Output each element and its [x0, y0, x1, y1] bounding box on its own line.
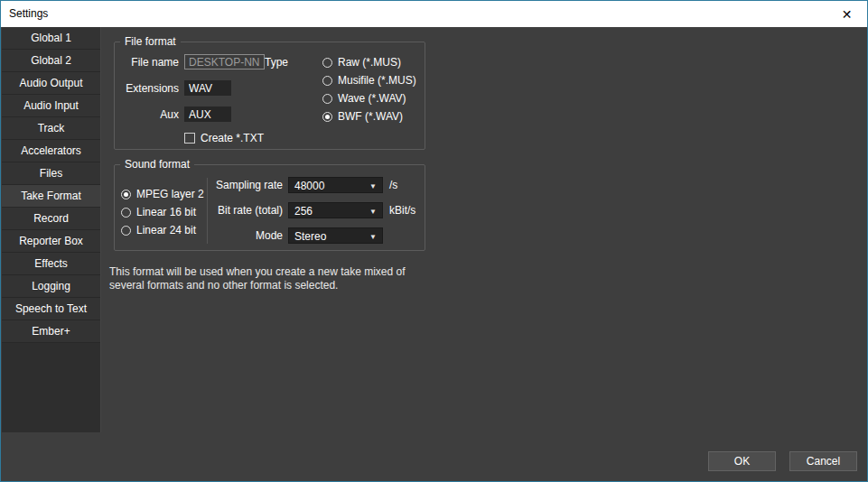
- sidebar-item-files[interactable]: Files: [2, 162, 100, 185]
- chevron-down-icon: ▼: [369, 182, 377, 190]
- file-name-field: [184, 54, 265, 70]
- bit-rate-value: 256: [294, 205, 313, 218]
- bit-rate-select[interactable]: 256 ▼: [288, 202, 383, 218]
- radio-label: BWF (*.WAV): [338, 110, 403, 123]
- file-format-legend: File format: [120, 35, 181, 49]
- sidebar-item-accelerators[interactable]: Accelerators: [2, 140, 100, 162]
- sidebar-item-track[interactable]: Track: [2, 117, 100, 140]
- radio-label: Raw (*.MUS): [338, 56, 401, 69]
- format-note: This format will be used when you create…: [109, 265, 406, 292]
- bit-rate-suffix: kBit/s: [389, 202, 415, 218]
- sampling-rate-select[interactable]: 48000 ▼: [288, 177, 383, 193]
- sound-format-legend: Sound format: [120, 158, 194, 171]
- sidebar-item-logging[interactable]: Logging: [2, 275, 100, 298]
- radio-bwf-wav[interactable]: BWF (*.WAV): [322, 110, 403, 123]
- sidebar-item-effects[interactable]: Effects: [2, 253, 100, 275]
- sampling-rate-label: Sampling rate: [115, 177, 283, 193]
- extensions-field[interactable]: [184, 80, 231, 96]
- cancel-button[interactable]: Cancel: [789, 451, 857, 471]
- file-name-label: File name: [115, 55, 179, 70]
- sidebar-item-audio-input[interactable]: Audio Input: [2, 95, 100, 117]
- extensions-label: Extensions: [115, 81, 179, 96]
- sidebar-item-take-format[interactable]: Take Format: [2, 185, 100, 208]
- checkbox-icon: [184, 133, 195, 144]
- bit-rate-label: Bit rate (total): [115, 202, 283, 218]
- sampling-rate-value: 48000: [294, 180, 324, 192]
- create-txt-checkbox[interactable]: Create *.TXT: [184, 132, 264, 144]
- radio-icon: [322, 94, 332, 104]
- format-note-line1: This format will be used when you create…: [109, 265, 406, 279]
- radio-icon: [322, 76, 332, 86]
- aux-field[interactable]: [184, 107, 231, 122]
- mode-value: Stereo: [294, 230, 326, 243]
- sidebar-item-record[interactable]: Record: [2, 208, 100, 230]
- radio-label: Wave (*.WAV): [338, 92, 406, 105]
- mode-label: Mode: [115, 227, 283, 244]
- format-note-line2: several formats and no other format is s…: [109, 279, 406, 292]
- sampling-rate-suffix: /s: [389, 177, 397, 193]
- dialog-title: Settings: [9, 7, 48, 20]
- type-label: Type: [265, 56, 289, 69]
- settings-dialog: Settings ✕ Global 1 Global 2 Audio Outpu…: [0, 0, 868, 482]
- radio-label: Musifile (*.MUS): [338, 74, 416, 87]
- file-format-group: File format File name Extensions Aux Cre…: [114, 42, 425, 150]
- mode-select[interactable]: Stereo ▼: [288, 227, 383, 244]
- chevron-down-icon: ▼: [369, 233, 377, 241]
- radio-raw-mus[interactable]: Raw (*.MUS): [322, 56, 401, 69]
- close-icon: ✕: [842, 7, 853, 22]
- aux-label: Aux: [115, 107, 179, 122]
- radio-icon: [322, 58, 332, 68]
- radio-icon: [322, 112, 332, 122]
- ok-button[interactable]: OK: [708, 451, 776, 471]
- titlebar: Settings ✕: [1, 1, 867, 27]
- sidebar-item-ember-plus[interactable]: Ember+: [2, 320, 100, 343]
- sidebar-item-global-1[interactable]: Global 1: [2, 27, 100, 50]
- sidebar-item-audio-output[interactable]: Audio Output: [2, 72, 100, 95]
- close-button[interactable]: ✕: [826, 1, 867, 27]
- sidebar-item-global-2[interactable]: Global 2: [2, 50, 100, 72]
- settings-sidebar: Global 1 Global 2 Audio Output Audio Inp…: [2, 27, 101, 432]
- chevron-down-icon: ▼: [369, 208, 377, 216]
- radio-musifile-mus[interactable]: Musifile (*.MUS): [322, 74, 416, 87]
- sound-format-group: Sound format MPEG layer 2 Linear 16 bit …: [114, 164, 425, 251]
- create-txt-label: Create *.TXT: [201, 132, 264, 144]
- sidebar-item-reporter-box[interactable]: Reporter Box: [2, 230, 100, 253]
- sidebar-item-speech-to-text[interactable]: Speech to Text: [2, 298, 100, 320]
- radio-wave-wav[interactable]: Wave (*.WAV): [322, 92, 406, 105]
